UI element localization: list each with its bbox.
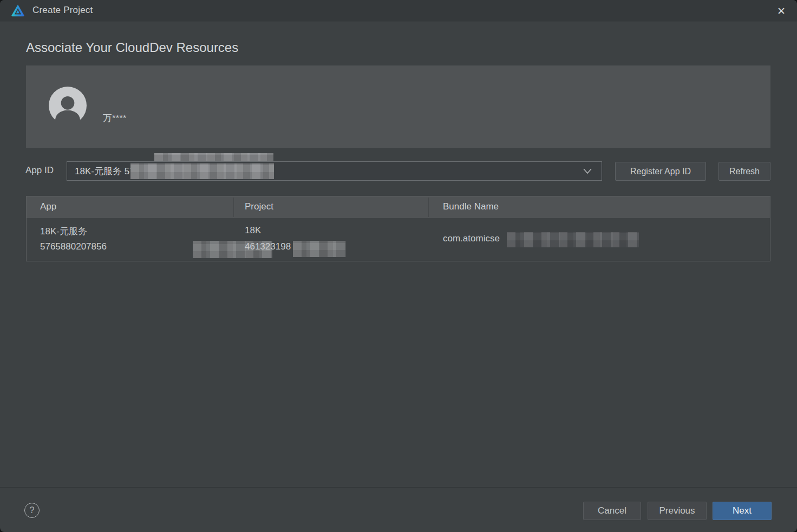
redacted-blur — [154, 153, 273, 162]
app-id-label: App ID — [25, 165, 54, 176]
redacted-blur — [507, 232, 639, 247]
titlebar: Create Project ✕ — [0, 0, 797, 22]
window-title: Create Project — [32, 5, 93, 16]
resources-table: App Project Bundle Name 18K-元服务 57658802… — [26, 196, 770, 261]
redacted-blur — [293, 241, 345, 257]
project-id-value: 461323198 — [245, 241, 291, 252]
column-header-bundle-name: Bundle Name — [443, 201, 499, 212]
footer-divider — [0, 487, 797, 488]
previous-button[interactable]: Previous — [648, 502, 707, 520]
table-row[interactable]: 18K-元服务 5765880207856 18K 461323198 com.… — [27, 218, 770, 261]
column-divider — [428, 198, 429, 217]
table-header: App Project Bundle Name — [27, 196, 770, 218]
app-id-select[interactable]: 18K-元服务 57658 — [67, 161, 602, 181]
close-icon[interactable]: ✕ — [773, 3, 789, 18]
user-avatar-icon — [46, 84, 89, 127]
deveco-studio-logo-icon — [11, 4, 25, 18]
column-header-project: Project — [245, 201, 273, 212]
cancel-button[interactable]: Cancel — [583, 502, 641, 520]
help-icon[interactable]: ? — [24, 503, 40, 518]
bundle-name-value: com.atomicse — [443, 233, 500, 244]
register-app-id-button[interactable]: Register App ID — [615, 162, 706, 181]
column-header-app: App — [40, 201, 56, 212]
project-name: 18K — [245, 225, 261, 236]
next-button[interactable]: Next — [713, 502, 772, 520]
create-project-dialog: Create Project ✕ Associate Your CloudDev… — [0, 0, 797, 532]
page-title: Associate Your CloudDev Resources — [26, 40, 238, 55]
column-divider — [233, 198, 234, 217]
chevron-down-icon — [583, 168, 592, 174]
account-panel: 万**** — [26, 65, 770, 148]
app-name: 18K-元服务 — [40, 225, 87, 238]
account-username: 万**** — [103, 112, 126, 124]
redacted-blur — [130, 163, 274, 179]
refresh-button[interactable]: Refresh — [718, 162, 770, 181]
app-id-value: 5765880207856 — [40, 241, 107, 252]
